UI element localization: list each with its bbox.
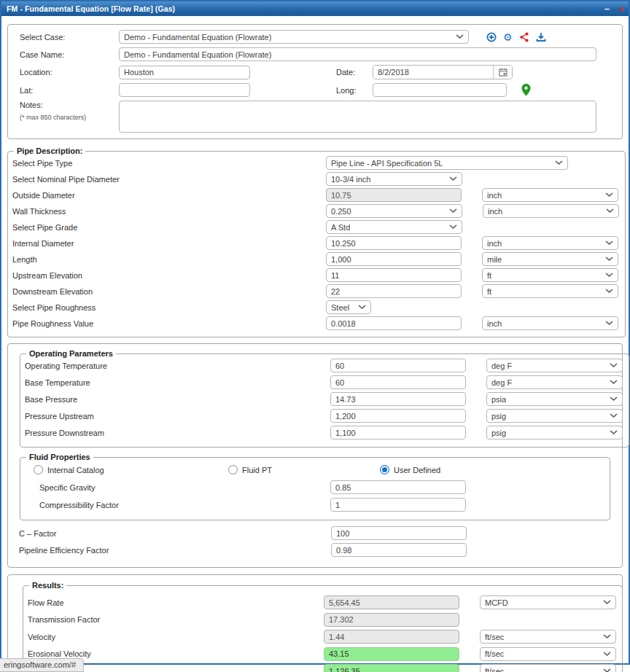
select-pipe-roughness-select[interactable]: Steel: [326, 300, 371, 314]
pipe-description-rows: Select Pipe TypePipe Line - API Specific…: [12, 156, 619, 330]
specific-gravity-input[interactable]: [330, 480, 466, 494]
select-pipe-type-select[interactable]: Pipe Line - API Specification 5L: [326, 156, 568, 170]
chevron-down-icon: [358, 305, 366, 310]
location-input[interactable]: [119, 66, 250, 79]
select-case-select[interactable]: Demo - Fundamental Equation (Flowrate): [119, 30, 469, 44]
select-pipe-grade-select[interactable]: A Std: [326, 220, 462, 234]
plus-circle-icon[interactable]: [486, 32, 497, 42]
field-label: C – Factor: [19, 529, 331, 538]
field-label: Internal Diameter: [12, 239, 326, 248]
pipe-roughness-value-input[interactable]: [326, 316, 462, 330]
radio-internal-catalog[interactable]: Internal Catalog: [34, 465, 228, 474]
internal-diameter-unit-select[interactable]: inch: [482, 236, 618, 250]
chevron-down-icon: [603, 600, 611, 605]
flow-rate-input[interactable]: [324, 595, 459, 609]
wall-thickness-select[interactable]: 0.250: [326, 204, 462, 218]
wall-thickness-unit-select[interactable]: inch: [483, 204, 619, 218]
share-icon[interactable]: [519, 32, 529, 42]
c-factor-input[interactable]: [331, 526, 467, 540]
radio-fluid-pt[interactable]: Fluid PT: [228, 465, 380, 474]
flow-rate-unit-select[interactable]: MCFD: [480, 595, 616, 609]
calendar-icon: [499, 68, 508, 77]
velocity-input[interactable]: [324, 630, 459, 644]
pipeline-efficiency-factor-input[interactable]: [331, 543, 467, 557]
length-input[interactable]: [326, 252, 462, 266]
fluid-properties-rows: Specific GravityCompressibility Factor: [25, 480, 604, 512]
lat-label: Lat:: [20, 86, 119, 95]
pressure-downstream-unit-select[interactable]: psig: [486, 426, 623, 439]
lat-input[interactable]: [119, 83, 250, 97]
close-button[interactable]: x: [619, 5, 623, 12]
transmission-factor-input[interactable]: [324, 613, 459, 627]
sonic-velocity-unit-select[interactable]: ft/sec: [480, 664, 616, 672]
pipe-roughness-value-unit-select[interactable]: inch: [482, 316, 618, 330]
downstream-elevation-input[interactable]: [326, 284, 462, 298]
length-unit-select[interactable]: mile: [482, 252, 618, 266]
form-row-pipe-roughness-value: Pipe Roughness Valueinch: [12, 316, 619, 330]
location-label: Location:: [20, 68, 119, 77]
base-temperature-input[interactable]: [330, 375, 466, 389]
form-row-compressibility-factor: Compressibility Factor: [39, 498, 604, 512]
form-row-select-pipe-grade: Select Pipe GradeA Std: [12, 220, 619, 234]
form-row-internal-diameter: Internal Diameterinch: [12, 236, 619, 250]
form-row-sonic-velocity: Sonic Velocityft/sec: [28, 664, 616, 672]
pressure-upstream-input[interactable]: [330, 409, 466, 423]
upstream-elevation-unit-select[interactable]: ft: [482, 268, 618, 282]
gear-icon[interactable]: ⚙: [503, 32, 513, 42]
select-nominal-pipe-diameter-select[interactable]: 10-3/4 inch: [326, 172, 462, 186]
chevron-down-icon: [449, 176, 457, 181]
sonic-velocity-input[interactable]: [324, 664, 459, 672]
browser-status-tooltip: eringsoftware.com/#: [0, 658, 84, 672]
title-bar[interactable]: FM - Fundamental Equation [Flow Rate] (G…: [1, 1, 629, 16]
internal-diameter-input[interactable]: [326, 236, 462, 250]
erosional-velocity-unit-select[interactable]: ft/sec: [480, 647, 616, 661]
case-name-input[interactable]: [119, 47, 596, 61]
pressure-upstream-unit-select[interactable]: psig: [486, 409, 623, 423]
long-input[interactable]: [373, 83, 507, 97]
field-label: Select Pipe Grade: [12, 223, 326, 232]
date-field-group: [373, 65, 513, 79]
base-temperature-unit-select[interactable]: deg F: [486, 375, 623, 389]
download-icon[interactable]: [536, 32, 546, 42]
calendar-button[interactable]: [493, 66, 512, 79]
form-row-specific-gravity: Specific Gravity: [39, 480, 604, 494]
pressure-downstream-input[interactable]: [330, 426, 466, 439]
base-pressure-unit-select[interactable]: psia: [486, 392, 623, 406]
operating-temperature-input[interactable]: [330, 359, 466, 372]
chevron-down-icon: [606, 208, 614, 214]
field-label: Flow Rate: [28, 598, 324, 607]
field-label: Select Pipe Roughness: [12, 303, 326, 312]
upstream-elevation-input[interactable]: [326, 268, 462, 282]
notes-textarea[interactable]: [119, 101, 596, 133]
operating-parameters-fieldset: Operating Parameters Operating Temperatu…: [20, 349, 629, 448]
field-label: Specific Gravity: [39, 483, 330, 492]
radio-user-defined[interactable]: User Defined: [380, 465, 440, 474]
downstream-elevation-unit-select[interactable]: ft: [482, 284, 618, 298]
notes-label: Notes:: [20, 101, 119, 109]
operating-parameters-legend: Operating Parameters: [26, 349, 116, 358]
erosional-velocity-input[interactable]: [324, 647, 459, 661]
operating-parameters-rows: Operating Temperaturedeg FBase Temperatu…: [25, 359, 623, 439]
form-row-downstream-elevation: Downstream Elevationft: [12, 284, 619, 298]
pipe-description-legend: Pipe Description:: [14, 146, 85, 155]
minimize-button[interactable]: –: [604, 5, 610, 12]
selected-value: psig: [491, 412, 506, 421]
fm-fundamental-equation-dialog: FM - Fundamental Equation [Flow Rate] (G…: [0, 0, 630, 665]
selected-value: 10-3/4 inch: [331, 175, 370, 184]
chevron-down-icon: [555, 160, 563, 165]
map-pin-icon[interactable]: [521, 84, 531, 96]
form-row-select-pipe-roughness: Select Pipe RoughnessSteel: [12, 300, 619, 314]
chevron-down-icon: [456, 34, 464, 39]
field-label: Transmission Factor: [28, 615, 324, 624]
date-input[interactable]: [373, 66, 493, 79]
base-pressure-input[interactable]: [330, 392, 466, 406]
outside-diameter-unit-select[interactable]: inch: [482, 188, 618, 202]
outside-diameter-input[interactable]: [326, 188, 462, 202]
form-row-erosional-velocity: Erosional Velocityft/sec: [28, 647, 616, 661]
field-label: Velocity: [28, 633, 324, 641]
chevron-down-icon: [610, 413, 618, 418]
compressibility-factor-input[interactable]: [330, 498, 466, 512]
operating-temperature-unit-select[interactable]: deg F: [486, 359, 623, 372]
fluid-properties-fieldset: Fluid Properties Internal Catalog Fluid …: [20, 453, 610, 520]
velocity-unit-select[interactable]: ft/sec: [480, 630, 616, 644]
